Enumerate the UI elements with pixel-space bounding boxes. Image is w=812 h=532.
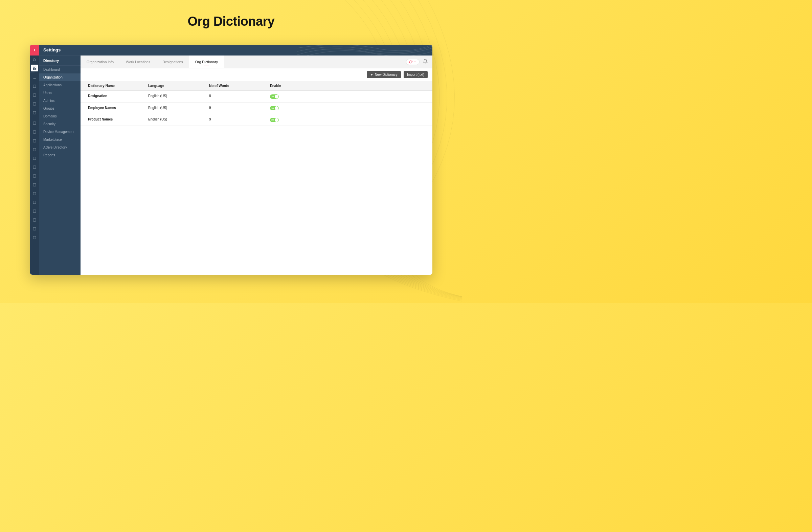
svg-rect-8 [33,111,36,114]
sidebar-item-security[interactable]: Security [39,120,81,128]
sidebar-item-applications[interactable]: Applications [39,81,81,89]
svg-rect-9 [33,122,36,125]
chevron-down-icon [414,61,417,63]
rail-box-icon[interactable] [30,145,39,154]
tab-work-locations[interactable]: Work Locations [120,56,156,68]
cell-words: 8 [209,94,270,99]
rail-bag-icon[interactable] [30,172,39,181]
rail-tag-icon[interactable] [30,189,39,198]
svg-rect-17 [33,192,36,195]
toggle-knob [275,95,278,99]
import-button[interactable]: Import (.txt) [404,71,427,78]
new-dictionary-button[interactable]: New Dictionary [367,71,401,78]
rail-screen-icon[interactable] [30,207,39,216]
rail-chart-icon[interactable] [30,100,39,108]
rail-note-icon[interactable] [30,225,39,233]
table-header: Dictionary Name Language No of Words Ena… [81,81,432,91]
sidebar-item-groups[interactable]: Groups [39,104,81,112]
back-button[interactable] [30,45,39,56]
svg-point-0 [33,59,35,61]
cell-words: 9 [209,117,270,122]
rail-pizza-icon[interactable] [30,136,39,145]
cell-enable: ON [270,106,321,111]
toggle-label: ON [271,119,274,121]
rail-divider [30,118,34,118]
bell-icon [423,59,427,63]
settings-title: Settings [39,45,81,56]
sidebar-item-reports[interactable]: Reports [39,151,81,159]
new-dictionary-label: New Dictionary [375,73,397,76]
rail-stats-icon[interactable] [30,91,39,100]
rail-apps-icon[interactable] [31,64,38,71]
sidebar-item-users[interactable]: Users [39,89,81,97]
col-header-name: Dictionary Name [81,84,148,88]
page-heading: Org Dictionary [0,0,462,29]
sidebar-item-dashboard[interactable]: Dashboard [39,66,81,73]
sidebar-item-marketplace[interactable]: Marketplace [39,136,81,143]
tab-org-dictionary[interactable]: Org Dictionary [189,56,224,68]
cell-name: Designation [81,94,148,99]
svg-rect-7 [33,102,36,105]
cell-name: Product Names [81,117,148,122]
col-header-words: No of Words [209,84,270,88]
app-window: Settings Directory DashboardOrganization… [30,45,432,275]
top-bar [81,45,432,56]
svg-rect-16 [33,184,36,186]
sidebar-section-directory: Directory [39,56,81,66]
top-bar-decoration [297,45,432,56]
toggle-label: ON [271,96,274,98]
svg-rect-11 [33,140,36,142]
refresh-dropdown[interactable] [406,59,420,65]
rail-bolt-icon[interactable] [30,216,39,225]
cell-language: English (US) [148,106,209,111]
cell-language: English (US) [148,117,209,122]
import-label: Import (.txt) [407,73,424,76]
rail-document-icon[interactable] [30,163,39,172]
svg-rect-6 [33,94,36,97]
rail-puzzle-icon[interactable] [30,181,39,189]
rail-cart-icon[interactable] [30,233,39,242]
cell-enable: ON [270,94,321,99]
enable-toggle[interactable]: ON [270,106,279,110]
svg-rect-20 [33,219,36,221]
rail-mail-icon[interactable] [30,82,39,91]
plus-icon [370,73,373,76]
sidebar-item-domains[interactable]: Domains [39,112,81,120]
table-row[interactable]: Employee NamesEnglish (US)9ON [81,102,432,114]
sidebar-item-active-directory[interactable]: Active Directory [39,143,81,151]
actions-bar: New Dictionary Import (.txt) [81,68,432,81]
table-row[interactable]: Product NamesEnglish (US)9ON [81,114,432,126]
enable-toggle[interactable]: ON [270,95,279,99]
rail-folder-icon[interactable] [30,198,39,207]
sidebar-item-admins[interactable]: Admins [39,97,81,104]
col-header-language: Language [148,84,209,88]
tab-organization-info[interactable]: Organization Info [81,56,120,68]
sidebar: Settings Directory DashboardOrganization… [39,45,81,275]
svg-rect-2 [35,67,36,68]
tab-designations[interactable]: Designations [156,56,189,68]
rail-hand-icon[interactable] [30,119,39,128]
tabs-bar: Organization InfoWork LocationsDesignati… [81,56,432,68]
cell-language: English (US) [148,94,209,99]
rail-campaign-icon[interactable] [30,154,39,163]
col-header-enable: Enable [270,84,321,88]
toggle-knob [275,118,278,122]
sidebar-item-organization[interactable]: Organization [39,73,81,81]
rail-search-icon[interactable] [30,56,39,64]
svg-rect-22 [33,236,36,239]
toggle-knob [275,106,278,110]
sidebar-item-device-management[interactable]: Device Management [39,128,81,136]
svg-rect-3 [33,68,34,69]
notifications-button[interactable] [423,59,427,65]
enable-toggle[interactable]: ON [270,118,279,122]
svg-rect-5 [33,85,36,88]
table-row[interactable]: DesignationEnglish (US)8ON [81,91,432,102]
cell-enable: ON [270,117,321,122]
rail-users-icon[interactable] [30,108,39,117]
svg-rect-19 [33,210,36,213]
rail-shield-icon[interactable] [30,128,39,136]
svg-rect-21 [33,227,36,230]
icon-rail [30,45,39,275]
rail-chat-icon[interactable] [30,73,39,82]
rail-divider [30,72,34,72]
